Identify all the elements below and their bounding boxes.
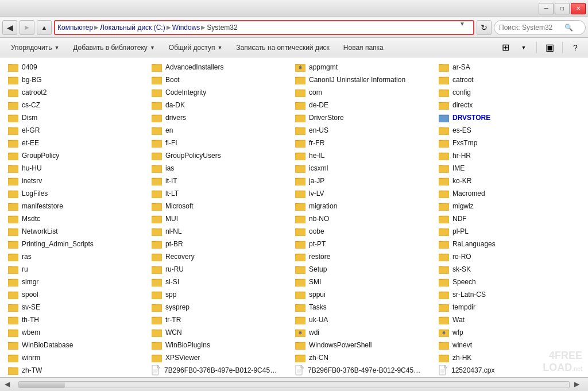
- list-item[interactable]: pl-PL: [435, 225, 579, 238]
- list-item[interactable]: hu-HU: [5, 162, 148, 175]
- list-item[interactable]: tr-TR: [148, 313, 292, 326]
- list-item[interactable]: winrm: [5, 351, 148, 364]
- list-item[interactable]: DRVSTORE: [435, 111, 579, 124]
- list-item[interactable]: et-EE: [5, 137, 148, 149]
- view-dropdown-button[interactable]: ▼: [516, 40, 532, 55]
- list-item[interactable]: ras: [5, 250, 148, 263]
- list-item[interactable]: bg-BG: [5, 73, 148, 86]
- list-item[interactable]: Dism: [5, 111, 148, 124]
- list-item[interactable]: Speech: [435, 276, 579, 288]
- list-item[interactable]: nb-NO: [292, 212, 435, 225]
- list-item[interactable]: Setup: [292, 263, 435, 276]
- list-item[interactable]: directx: [435, 99, 579, 111]
- list-item[interactable]: sl-SI: [148, 276, 292, 288]
- list-item[interactable]: th-TH: [5, 313, 148, 326]
- list-item[interactable]: spp: [148, 288, 292, 301]
- breadcrumb-windows[interactable]: Windows: [172, 24, 200, 32]
- scrollbar-thumb[interactable]: [19, 382, 65, 388]
- list-item[interactable]: CanonIJ Uninstaller Information: [292, 73, 435, 86]
- list-item[interactable]: GroupPolicy: [5, 149, 148, 162]
- list-item[interactable]: lv-LV: [292, 187, 435, 200]
- list-item[interactable]: NDF: [435, 212, 579, 225]
- list-item[interactable]: migration: [292, 200, 435, 212]
- list-item[interactable]: nl-NL: [148, 225, 292, 238]
- list-item[interactable]: Microsoft: [148, 200, 292, 212]
- list-item[interactable]: Wat: [435, 313, 579, 326]
- list-item[interactable]: 12520437.cpx: [435, 364, 579, 377]
- list-item[interactable]: com: [292, 86, 435, 99]
- horizontal-scrollbar[interactable]: [18, 381, 570, 388]
- list-item[interactable]: ar-SA: [435, 61, 579, 73]
- back-button[interactable]: ◀: [2, 20, 17, 35]
- list-item[interactable]: sppui: [292, 288, 435, 301]
- list-item[interactable]: IME: [435, 162, 579, 175]
- list-item[interactable]: config: [435, 86, 579, 99]
- list-item[interactable]: Recovery: [148, 250, 292, 263]
- refresh-button[interactable]: ↻: [477, 20, 492, 35]
- address-dropdown-button[interactable]: ▼: [459, 21, 471, 34]
- list-item[interactable]: WCN: [148, 326, 292, 339]
- list-item[interactable]: FxsTmp: [435, 137, 579, 149]
- new-folder-button[interactable]: Новая папка: [337, 40, 390, 55]
- list-item[interactable]: icsxml: [292, 162, 435, 175]
- list-item[interactable]: de-DE: [292, 99, 435, 111]
- list-item[interactable]: fi-FI: [148, 137, 292, 149]
- organize-button[interactable]: Упорядочить ▼: [5, 40, 65, 55]
- list-item[interactable]: pt-PT: [292, 238, 435, 250]
- list-item[interactable]: WinBioDatabase: [5, 339, 148, 351]
- list-item[interactable]: DriverStore: [292, 111, 435, 124]
- list-item[interactable]: RaLanguages: [435, 238, 579, 250]
- list-item[interactable]: manifeststore: [5, 200, 148, 212]
- search-input[interactable]: [499, 24, 562, 32]
- library-button[interactable]: Добавить в библиотеку ▼: [67, 40, 161, 55]
- list-item[interactable]: sk-SK: [435, 263, 579, 276]
- list-item[interactable]: spool: [5, 288, 148, 301]
- list-item[interactable]: ru-RU: [148, 263, 292, 276]
- burn-button[interactable]: Записать на оптический диск: [230, 40, 336, 55]
- share-button[interactable]: Общий доступ ▼: [163, 40, 229, 55]
- list-item[interactable]: 7B296FB0-376B-497e-B012-9C450E1B7327-5P-…: [148, 364, 292, 377]
- list-item[interactable]: WinBioPlugIns: [148, 339, 292, 351]
- preview-pane-button[interactable]: ▣: [541, 40, 558, 55]
- list-item[interactable]: lt-LT: [148, 187, 292, 200]
- list-item[interactable]: Tasks: [292, 301, 435, 313]
- list-item[interactable]: SMI: [292, 276, 435, 288]
- list-item[interactable]: fr-FR: [292, 137, 435, 149]
- list-item[interactable]: pt-BR: [148, 238, 292, 250]
- list-item[interactable]: zh-HK: [435, 351, 579, 364]
- list-item[interactable]: oobe: [292, 225, 435, 238]
- list-item[interactable]: MUI: [148, 212, 292, 225]
- scroll-left-button[interactable]: ◀: [5, 380, 14, 389]
- list-item[interactable]: zh-CN: [292, 351, 435, 364]
- help-button[interactable]: ?: [567, 40, 583, 55]
- list-item[interactable]: hr-HR: [435, 149, 579, 162]
- list-item[interactable]: wbem: [5, 326, 148, 339]
- list-item[interactable]: migwiz: [435, 200, 579, 212]
- list-item[interactable]: ja-JP: [292, 175, 435, 187]
- list-item[interactable]: Printing_Admin_Scripts: [5, 238, 148, 250]
- breadcrumb-computer[interactable]: Компьютер: [57, 24, 93, 32]
- list-item[interactable]: ko-KR: [435, 175, 579, 187]
- list-item[interactable]: Boot: [148, 73, 292, 86]
- list-item[interactable]: he-IL: [292, 149, 435, 162]
- list-item[interactable]: catroot: [435, 73, 579, 86]
- maximize-button[interactable]: □: [555, 3, 570, 14]
- list-item[interactable]: sysprep: [148, 301, 292, 313]
- list-item[interactable]: wdi: [292, 326, 435, 339]
- minimize-button[interactable]: ─: [539, 3, 554, 14]
- list-item[interactable]: AdvancedInstallers: [148, 61, 292, 73]
- list-item[interactable]: Msdtc: [5, 212, 148, 225]
- scroll-right-button[interactable]: ▶: [574, 380, 583, 389]
- view-options-button[interactable]: ⊞: [497, 40, 513, 55]
- list-item[interactable]: NetworkList: [5, 225, 148, 238]
- list-item[interactable]: XPSViewer: [148, 351, 292, 364]
- list-item[interactable]: slmgr: [5, 276, 148, 288]
- list-item[interactable]: ias: [148, 162, 292, 175]
- list-item[interactable]: tempdir: [435, 301, 579, 313]
- list-item[interactable]: drivers: [148, 111, 292, 124]
- list-item[interactable]: winevt: [435, 339, 579, 351]
- list-item[interactable]: en: [148, 124, 292, 137]
- list-item[interactable]: sr-Latn-CS: [435, 288, 579, 301]
- list-item[interactable]: wfp: [435, 326, 579, 339]
- list-item[interactable]: zh-TW: [5, 364, 148, 377]
